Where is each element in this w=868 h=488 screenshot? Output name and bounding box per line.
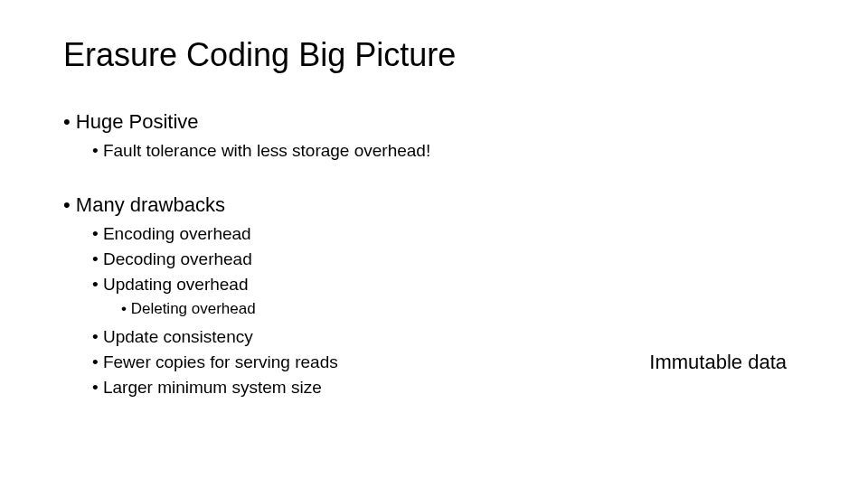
bullet-drawback-subitem: Deleting overhead bbox=[121, 300, 805, 318]
bullet-drawback-item: Updating overhead bbox=[92, 275, 805, 295]
annotation-immutable-data: Immutable data bbox=[649, 351, 787, 374]
bullet-drawback-item: Larger minimum system size bbox=[92, 378, 805, 398]
bullet-drawback-item: Update consistency bbox=[92, 327, 805, 347]
bullet-drawback-item: Decoding overhead bbox=[92, 249, 805, 269]
bullet-positive-item: Fault tolerance with less storage overhe… bbox=[92, 141, 805, 161]
bullet-drawbacks-heading: Many drawbacks bbox=[63, 193, 805, 217]
bullet-positive-heading: Huge Positive bbox=[63, 110, 805, 134]
bullet-drawback-item: Encoding overhead bbox=[92, 224, 805, 244]
slide-title: Erasure Coding Big Picture bbox=[63, 36, 805, 74]
